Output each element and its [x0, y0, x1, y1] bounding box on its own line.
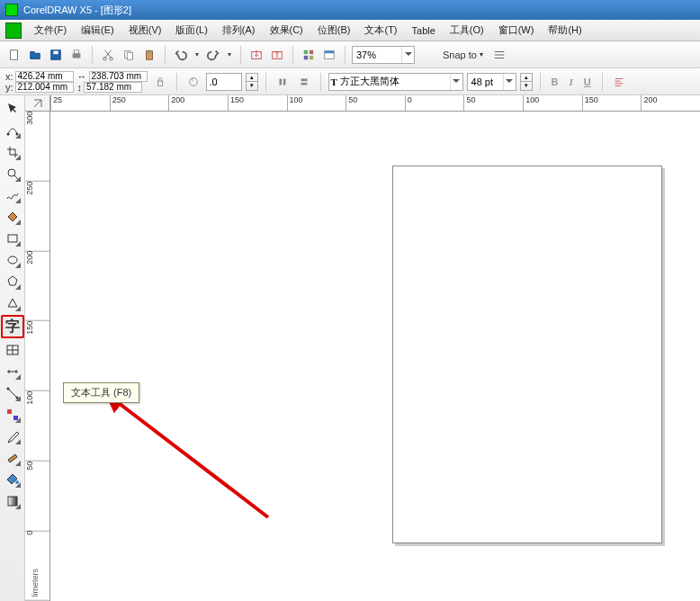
- toolbox: 字: [0, 95, 25, 601]
- menu-file[interactable]: 文件(F): [27, 23, 74, 37]
- underline-button[interactable]: U: [580, 76, 595, 87]
- spin-down-icon[interactable]: ▾: [521, 82, 532, 90]
- chevron-down-icon[interactable]: [503, 74, 516, 90]
- import-button[interactable]: [247, 46, 265, 64]
- app-logo-icon: [5, 4, 18, 16]
- svg-point-23: [8, 169, 15, 176]
- title-bar: CorelDRAW X5 - [图形2]: [0, 0, 700, 20]
- bold-button[interactable]: B: [548, 76, 562, 87]
- menu-view[interactable]: 视图(V): [121, 23, 169, 37]
- freehand-tool[interactable]: [3, 185, 22, 205]
- menu-help[interactable]: 帮助(H): [541, 23, 588, 37]
- crop-tool[interactable]: [3, 142, 22, 162]
- vertical-ruler[interactable]: 300 250 200 150 100 50 0: [25, 112, 50, 601]
- font-size-combo[interactable]: 48 pt: [467, 73, 516, 91]
- paste-button[interactable]: [140, 46, 158, 64]
- menu-bitmap[interactable]: 位图(B): [310, 23, 358, 37]
- menu-layout[interactable]: 版面(L): [168, 23, 214, 37]
- shape-tool[interactable]: [3, 121, 22, 140]
- font-name: 方正大黑简体: [340, 75, 399, 88]
- spin-up-icon[interactable]: ▴: [247, 74, 257, 82]
- new-doc-button[interactable]: [5, 46, 23, 64]
- ruler-tick: 100: [523, 95, 582, 111]
- menu-window[interactable]: 窗口(W): [491, 23, 542, 37]
- svg-rect-2: [53, 50, 58, 54]
- italic-button[interactable]: I: [566, 76, 577, 87]
- interactive-blend-tool[interactable]: [3, 405, 22, 425]
- redo-dd-icon[interactable]: ▾: [225, 46, 234, 64]
- spin-up-icon[interactable]: ▴: [521, 74, 532, 82]
- font-size: 48 pt: [471, 76, 493, 87]
- snap-to-menu[interactable]: Snap to ▾: [438, 46, 488, 64]
- mirror-h-icon[interactable]: [274, 73, 292, 91]
- chevron-down-icon[interactable]: [450, 74, 462, 90]
- ruler-tick: 300: [25, 112, 49, 182]
- export-button[interactable]: [268, 46, 286, 64]
- ellipse-tool[interactable]: [3, 250, 22, 270]
- open-button[interactable]: [26, 46, 44, 64]
- svg-rect-18: [325, 50, 335, 53]
- print-button[interactable]: [67, 46, 85, 64]
- drawing-canvas[interactable]: [50, 112, 700, 601]
- undo-dd-icon[interactable]: ▾: [193, 46, 202, 64]
- menu-edit[interactable]: 编辑(E): [74, 23, 121, 37]
- smart-fill-tool[interactable]: [3, 207, 22, 227]
- menu-tools[interactable]: 工具(O): [443, 23, 491, 37]
- basic-shapes-tool[interactable]: [3, 293, 22, 313]
- width-input[interactable]: [89, 71, 148, 82]
- eyedropper-tool[interactable]: [3, 426, 22, 446]
- rotation-input[interactable]: [206, 73, 242, 91]
- svg-rect-13: [304, 49, 308, 53]
- font-combo[interactable]: T 方正大黑简体: [328, 73, 463, 91]
- zoom-value: 37%: [356, 49, 376, 60]
- lock-ratio-icon[interactable]: [151, 73, 169, 91]
- ruler-origin-icon[interactable]: [25, 95, 50, 112]
- undo-button[interactable]: [172, 46, 190, 64]
- welcome-button[interactable]: [320, 46, 338, 64]
- zoom-tool[interactable]: [3, 164, 22, 184]
- mirror-v-icon[interactable]: [295, 73, 313, 91]
- x-input[interactable]: [15, 71, 74, 82]
- menu-text[interactable]: 文本(T): [357, 23, 404, 37]
- chevron-down-icon[interactable]: [401, 47, 414, 63]
- polygon-tool[interactable]: [3, 272, 22, 292]
- menu-arrange[interactable]: 排列(A): [215, 23, 263, 37]
- outline-tool[interactable]: [3, 448, 22, 468]
- save-button[interactable]: [47, 46, 65, 64]
- table-tool[interactable]: [3, 340, 22, 360]
- connector-tool[interactable]: [3, 383, 22, 403]
- text-tool[interactable]: 字: [1, 315, 24, 338]
- snap-label: Snap to: [443, 49, 477, 60]
- font-prefix-icon: T: [331, 76, 337, 87]
- svg-point-21: [6, 133, 9, 136]
- y-label: y:: [5, 82, 13, 93]
- copy-button[interactable]: [120, 46, 138, 64]
- spin-down-icon[interactable]: ▾: [247, 82, 257, 90]
- width-icon: ↔: [77, 71, 87, 82]
- horizontal-ruler[interactable]: 25 250 200 150 100 50 0 50 100 150 200: [50, 95, 700, 112]
- height-input[interactable]: [84, 82, 142, 93]
- cut-button[interactable]: [99, 46, 117, 64]
- text-align-icon[interactable]: [610, 73, 628, 91]
- redo-button[interactable]: [204, 46, 222, 64]
- rectangle-tool[interactable]: [3, 229, 22, 248]
- dimension-tool[interactable]: [3, 362, 22, 381]
- svg-point-27: [6, 388, 9, 390]
- ruler-tick: 0: [405, 95, 464, 111]
- ruler-tick: 50: [346, 95, 405, 111]
- options-button[interactable]: [490, 46, 508, 64]
- app-launcher-button[interactable]: [300, 46, 318, 64]
- workspace: 字 25 250 200 150 100 50 0 50 100 150 200…: [0, 95, 700, 601]
- interactive-fill-tool[interactable]: [3, 491, 22, 511]
- rotation-icon: [184, 73, 202, 91]
- fill-tool[interactable]: [3, 470, 22, 489]
- zoom-combo[interactable]: 37%: [352, 46, 415, 64]
- menu-bar: 文件(F) 编辑(E) 视图(V) 版面(L) 排列(A) 效果(C) 位图(B…: [0, 20, 700, 41]
- app-menu-icon[interactable]: [5, 22, 22, 39]
- menu-effects[interactable]: 效果(C): [263, 23, 310, 37]
- pick-tool[interactable]: [3, 99, 22, 119]
- ruler-tick: 150: [582, 95, 642, 111]
- menu-table[interactable]: Table: [405, 25, 443, 36]
- y-input[interactable]: [15, 82, 74, 93]
- height-icon: ↕: [77, 82, 83, 93]
